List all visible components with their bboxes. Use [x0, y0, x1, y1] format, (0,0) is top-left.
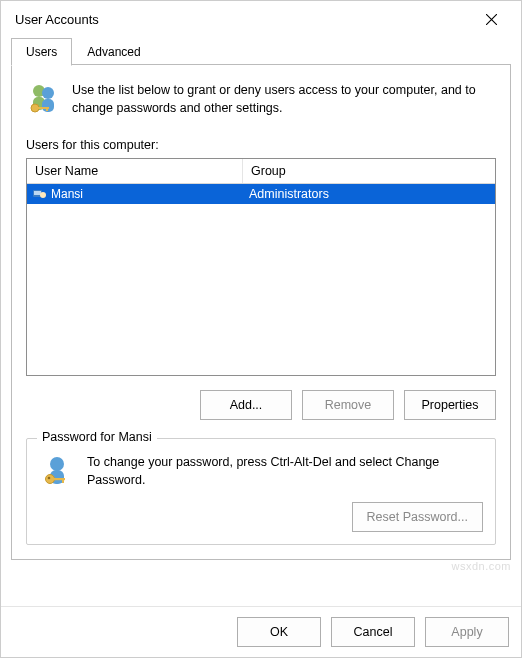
cancel-button[interactable]: Cancel: [331, 617, 415, 647]
svg-rect-15: [62, 478, 64, 483]
column-user-name[interactable]: User Name: [27, 159, 243, 183]
user-buttons-row: Add... Remove Properties: [26, 376, 496, 438]
list-header: User Name Group: [27, 159, 495, 184]
svg-point-9: [40, 192, 46, 198]
password-text: To change your password, press Ctrl-Alt-…: [87, 453, 483, 489]
password-groupbox: Password for Mansi To change your passwo…: [26, 438, 496, 545]
row-user-name: Mansi: [51, 187, 83, 201]
dialog-buttons: OK Cancel Apply: [1, 606, 521, 657]
tab-panel-users: Use the list below to grant or deny user…: [11, 65, 511, 560]
svg-point-2: [42, 87, 54, 99]
svg-point-10: [50, 457, 64, 471]
users-list[interactable]: User Name Group Mansi Administrators: [26, 158, 496, 376]
close-icon: [486, 14, 497, 25]
intro-text: Use the list below to grant or deny user…: [72, 81, 496, 120]
row-group: Administrators: [243, 187, 495, 201]
intro-row: Use the list below to grant or deny user…: [26, 81, 496, 120]
titlebar: User Accounts: [1, 1, 521, 37]
close-button[interactable]: [469, 3, 513, 35]
column-group[interactable]: Group: [243, 159, 495, 183]
users-list-label: Users for this computer:: [26, 138, 496, 152]
window-title: User Accounts: [15, 12, 469, 27]
tab-users[interactable]: Users: [11, 38, 72, 66]
watermark: wsxdn.com: [451, 560, 511, 572]
apply-button: Apply: [425, 617, 509, 647]
user-accounts-dialog: User Accounts Users Advanced Use th: [0, 0, 522, 658]
password-key-icon: [39, 453, 75, 492]
tab-bar: Users Advanced: [1, 37, 521, 65]
list-row[interactable]: Mansi Administrators: [27, 184, 495, 204]
properties-button[interactable]: Properties: [404, 390, 496, 420]
tab-advanced[interactable]: Advanced: [72, 38, 155, 66]
svg-point-4: [31, 104, 39, 112]
remove-button: Remove: [302, 390, 394, 420]
add-button[interactable]: Add...: [200, 390, 292, 420]
users-keys-icon: [26, 81, 62, 120]
password-legend: Password for Mansi: [37, 430, 157, 444]
svg-rect-6: [46, 107, 48, 111]
svg-point-13: [48, 477, 51, 480]
reset-password-button: Reset Password...: [352, 502, 483, 532]
ok-button[interactable]: OK: [237, 617, 321, 647]
user-row-icon: [33, 188, 47, 200]
svg-rect-8: [34, 191, 41, 195]
